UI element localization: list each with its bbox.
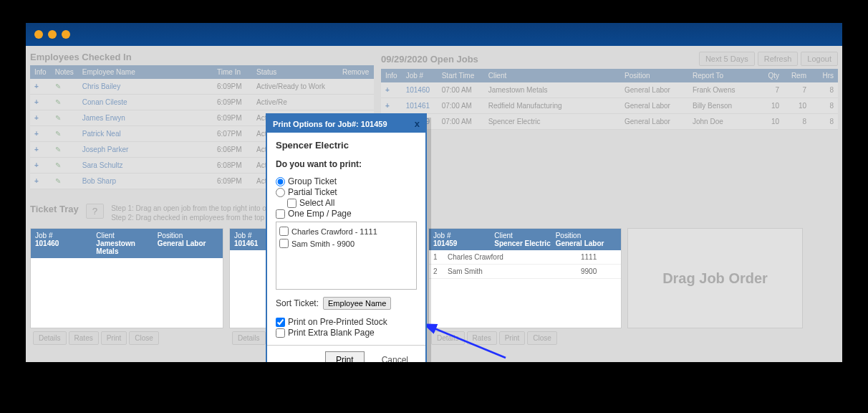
dialog-cancel-button[interactable]: Cancel <box>372 351 418 362</box>
card-pos-label: PositionGeneral Labor <box>158 232 218 255</box>
dialog-emp-row[interactable]: Sam Smith - 9900 <box>279 237 413 250</box>
card-client-label: ClientJamestown Metals <box>96 232 157 255</box>
dialog-close-button[interactable]: x <box>415 118 420 129</box>
traffic-light[interactable] <box>62 30 70 39</box>
traffic-light[interactable] <box>34 30 43 39</box>
dialog-question: Do you want to print: <box>276 159 417 169</box>
radio-partial-ticket-input[interactable] <box>276 188 285 197</box>
dialog-title: Print Options for Job#: 101459 <box>273 120 387 128</box>
traffic-light[interactable] <box>48 30 57 39</box>
print-dialog: Print Options for Job#: 101459 x Spencer… <box>266 113 427 362</box>
window-titlebar <box>26 23 842 46</box>
checkbox-extra-blank[interactable]: Print Extra Blank Page <box>276 328 417 338</box>
checkbox-one-emp[interactable]: One Emp / Page <box>276 209 417 219</box>
checkbox-select-all[interactable]: Select All <box>287 198 417 208</box>
dialog-emp-row[interactable]: Charles Crawford - 1111 <box>279 225 413 237</box>
card-emp-row[interactable]: 2Sam Smith9900 <box>429 265 621 279</box>
card-job-label: Job #101460 <box>35 232 96 255</box>
card-job-label: Job #101459 <box>433 232 494 247</box>
dialog-client: Spencer Electric <box>276 140 417 151</box>
card-emp-row[interactable]: 1Charles Crawford1111 <box>429 250 621 265</box>
checkbox-one-emp-input[interactable] <box>276 209 285 219</box>
sort-label: Sort Ticket: <box>276 298 319 308</box>
card-pos-label: PositionGeneral Labor <box>556 232 617 247</box>
dialog-print-button[interactable]: Print <box>325 351 365 362</box>
checkbox-select-all-input[interactable] <box>287 199 296 208</box>
dialog-emp-checkbox[interactable] <box>279 227 289 236</box>
checkbox-preprinted-input[interactable] <box>276 318 285 327</box>
dialog-emp-checkbox[interactable] <box>279 239 289 248</box>
checkbox-extra-blank-input[interactable] <box>276 328 285 338</box>
radio-group-ticket[interactable]: Group Ticket <box>276 176 417 186</box>
employee-select-list: Charles Crawford - 1111 Sam Smith - 9900 <box>276 222 417 290</box>
ticket-card[interactable]: Job #101460 ClientJamestown Metals Posit… <box>30 228 223 328</box>
card-client-label: ClientSpencer Electric <box>494 232 555 247</box>
checkbox-preprinted[interactable]: Print on Pre-Printed Stock <box>276 317 417 327</box>
radio-group-ticket-input[interactable] <box>276 177 285 186</box>
sort-ticket-button[interactable]: Employee Name <box>323 297 391 310</box>
radio-partial-ticket[interactable]: Partial Ticket <box>276 187 417 197</box>
ticket-card[interactable]: Job #101459 ClientSpencer Electric Posit… <box>428 228 622 328</box>
